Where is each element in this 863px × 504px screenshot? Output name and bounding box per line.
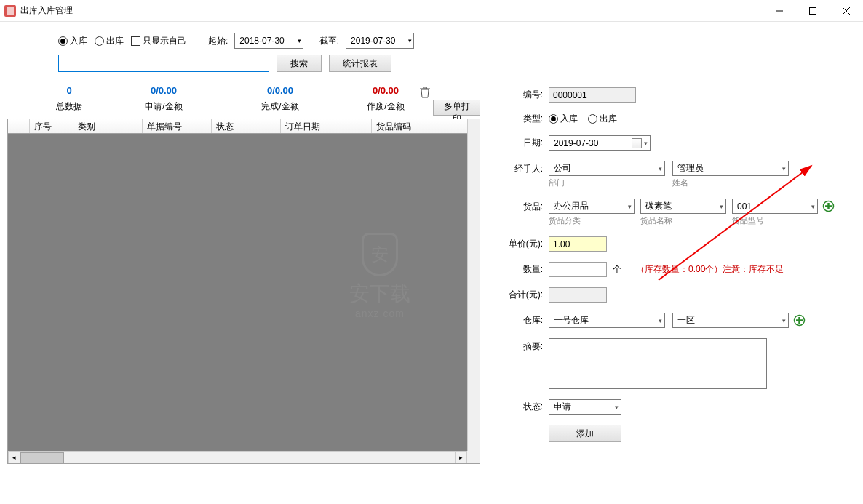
svg-rect-0 [7, 7, 14, 15]
trash-icon[interactable] [420, 87, 430, 100]
table-col-seq[interactable]: 序号 [30, 119, 73, 133]
price-label: 单价(元): [502, 238, 549, 250]
minimize-button[interactable] [763, 0, 796, 22]
type-label: 类型: [502, 113, 549, 125]
scroll-right-icon[interactable]: ▸ [455, 452, 467, 464]
qty-unit: 个 [613, 263, 621, 276]
window-title: 出库入库管理 [20, 4, 73, 17]
total-label: 合计(元): [502, 289, 549, 301]
add-warehouse-icon[interactable] [793, 314, 806, 327]
stock-warning: （库存数量：0.00个）注意：库存不足 [636, 263, 784, 276]
report-button[interactable]: 统计报表 [329, 55, 391, 72]
warehouse-zone-select[interactable]: 一区▾ [672, 313, 789, 328]
calendar-icon [632, 138, 642, 148]
goods-name-sublabel: 货品名称 [640, 215, 726, 226]
stat-total-value: 0 [36, 85, 102, 96]
chevron-down-icon: ▾ [644, 140, 648, 147]
status-select[interactable]: 申请▾ [549, 399, 621, 415]
chevron-down-icon: ▾ [659, 317, 662, 324]
close-button[interactable] [830, 0, 863, 22]
scrollbar-thumb[interactable] [20, 452, 64, 463]
goods-model-select[interactable]: 001▾ [732, 199, 818, 214]
svg-rect-2 [810, 7, 816, 14]
end-date-label: 截至: [319, 35, 339, 47]
goods-category-sublabel: 货品分类 [549, 215, 635, 226]
table-row-header [8, 119, 30, 133]
table-col-doc-no[interactable]: 单据编号 [143, 119, 212, 133]
stat-void-label: 作废/金额 [335, 100, 437, 113]
handler-label: 经手人: [502, 161, 549, 175]
summary-textarea[interactable] [549, 338, 767, 389]
add-goods-icon[interactable] [822, 200, 835, 212]
chevron-down-icon: ▾ [782, 165, 786, 172]
search-input[interactable] [58, 55, 269, 72]
end-date-picker[interactable]: 2019-07-30▾ [346, 33, 414, 49]
date-label: 日期: [502, 137, 549, 149]
table-col-category[interactable]: 类别 [73, 119, 143, 133]
date-field[interactable]: 2019-07-30 ▾ [549, 135, 651, 151]
price-field[interactable] [549, 236, 607, 252]
radio-inbound[interactable]: 入库 [58, 35, 87, 47]
total-field [549, 287, 607, 303]
goods-name-select[interactable]: 碳素笔▾ [640, 199, 726, 214]
type-radio-out[interactable]: 出库 [588, 113, 617, 125]
chevron-down-icon: ▾ [720, 203, 723, 210]
chevron-down-icon: ▾ [628, 203, 632, 210]
table-col-status[interactable]: 状态 [212, 119, 281, 133]
chevron-down-icon: ▾ [811, 203, 815, 210]
radio-outbound[interactable]: 出库 [95, 35, 124, 47]
handler-name-select[interactable]: 管理员▾ [672, 161, 789, 176]
goods-model-sublabel: 货品型号 [732, 215, 818, 226]
data-table: 序号 类别 单据编号 状态 订单日期 货品编码 ◂ ▸ [7, 119, 480, 464]
type-radio-in[interactable]: 入库 [549, 113, 578, 125]
qty-label: 数量: [502, 263, 549, 276]
stat-done-value: 0/0.00 [226, 85, 335, 96]
checkbox-only-self[interactable]: 只显示自己 [131, 35, 186, 47]
handler-org-select[interactable]: 公司▾ [549, 161, 665, 176]
maximize-button[interactable] [796, 0, 830, 22]
stat-done-label: 完成/金额 [226, 100, 335, 113]
qty-field[interactable] [549, 262, 607, 277]
goods-label: 货品: [502, 199, 549, 213]
status-label: 状态: [502, 401, 549, 413]
scroll-left-icon[interactable]: ◂ [8, 452, 20, 464]
warehouse-select[interactable]: 一号仓库▾ [549, 313, 665, 328]
start-date-picker[interactable]: 2018-07-30▾ [234, 33, 303, 49]
handler-org-sublabel: 部门 [549, 177, 665, 188]
goods-category-select[interactable]: 办公用品▾ [549, 199, 635, 214]
search-button[interactable]: 搜索 [277, 55, 322, 72]
stat-total-label: 总数据 [36, 100, 102, 113]
handler-name-sublabel: 姓名 [672, 177, 789, 188]
chevron-down-icon: ▾ [659, 165, 662, 172]
multi-print-button[interactable]: 多单打印 [433, 100, 480, 116]
code-label: 编号: [502, 89, 549, 101]
chevron-down-icon: ▾ [408, 37, 412, 44]
chevron-down-icon: ▾ [615, 404, 619, 411]
summary-label: 摘要: [502, 338, 549, 353]
stat-apply-value: 0/0.00 [102, 85, 226, 96]
app-icon [4, 5, 16, 17]
code-field [549, 87, 636, 103]
start-date-label: 起始: [208, 35, 228, 47]
stat-apply-label: 申请/金额 [102, 100, 226, 113]
add-button[interactable]: 添加 [549, 425, 621, 442]
vertical-scrollbar[interactable] [467, 119, 480, 451]
chevron-down-icon: ▾ [782, 317, 786, 324]
table-col-goods-code[interactable]: 货品编码 [372, 119, 480, 133]
warehouse-label: 仓库: [502, 314, 549, 327]
table-col-order-date[interactable]: 订单日期 [281, 119, 372, 133]
chevron-down-icon: ▾ [298, 37, 301, 44]
horizontal-scrollbar[interactable]: ◂ ▸ [8, 451, 467, 463]
